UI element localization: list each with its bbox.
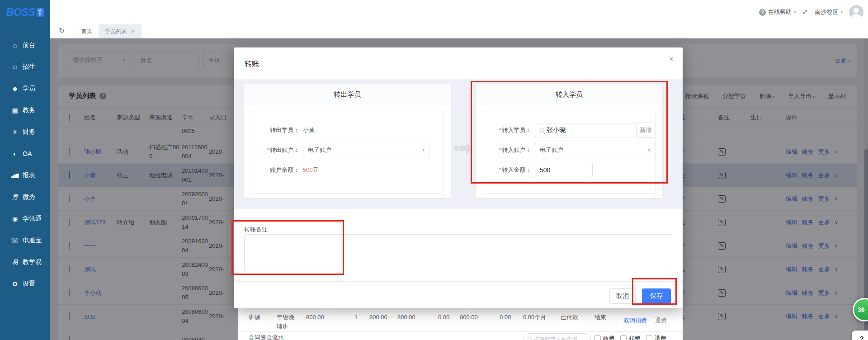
sidebar-item-weixiu[interactable]: 秀微秀 xyxy=(0,186,50,208)
cancel-deduct-link[interactable]: 取消扣费 xyxy=(623,316,647,325)
tab-student-list[interactable]: 学员列表 ✕ xyxy=(99,24,142,38)
sidebar-item-academic[interactable]: ▤教务 xyxy=(0,99,50,121)
remark-textarea[interactable] xyxy=(244,234,672,272)
next-card-edge xyxy=(483,194,656,198)
caret-down-icon: ▾ xyxy=(840,10,843,14)
sidebar-item-label: 设置 xyxy=(23,280,35,288)
billing-cell: 年级晚辅班 xyxy=(277,313,298,331)
out-account-select[interactable]: 电子账户 ▾ xyxy=(303,143,429,157)
add-student-button[interactable]: 新增 xyxy=(636,123,655,138)
students-icon: ☻ xyxy=(10,85,19,92)
required-asterisk: * xyxy=(499,127,501,133)
billing-cell: 1 xyxy=(354,313,358,322)
billing-cell: 0.00 xyxy=(438,313,449,322)
billing-cell: 800.00 xyxy=(397,313,415,322)
in-amount-field xyxy=(535,163,593,177)
divider xyxy=(238,331,683,332)
tab-home-label: 首页 xyxy=(81,28,92,35)
sidebar-item-dianfubao[interactable]: ☏电服宝 xyxy=(0,230,50,251)
sidebar-item-report[interactable]: ▂▅▇报表 xyxy=(0,165,50,186)
sidebar-item-label: OA xyxy=(23,150,32,157)
search-icon xyxy=(540,128,544,132)
sidebar-item-label: 学讯通 xyxy=(23,215,42,223)
tab-student-list-label: 学员列表 xyxy=(105,28,127,35)
sidebar-item-label: 报表 xyxy=(23,171,35,179)
sidebar: BOSS 校长 ⌂前台☺招生☻学员▤教务¥财务◐OA▂▅▇报表秀微秀◉学讯通☏电… xyxy=(0,0,50,340)
billing-cell: 结束 xyxy=(594,313,606,322)
refund-link[interactable]: 退费 xyxy=(655,316,667,325)
sidebar-item-xuexuntong[interactable]: ◉学讯通 xyxy=(0,208,50,230)
dialog-header: 转账 × xyxy=(234,47,683,79)
in-account-label: *转入账户： xyxy=(486,146,531,154)
sidebar-item-label: 财务 xyxy=(23,128,35,136)
checkbox-label: 退费 xyxy=(655,335,666,340)
tab-bar: ↻ 首页 学员列表 ✕ xyxy=(50,24,868,38)
jiaoxueyi-icon: 易 xyxy=(10,258,19,266)
transfer-in-card: *转入学员： 新增 *转入账户： 电子账户 ▾ *转入金额： xyxy=(483,111,656,191)
sidebar-item-recruit[interactable]: ☺招生 xyxy=(0,56,50,78)
transfer-out-title: 转出学员 xyxy=(244,84,451,106)
save-button[interactable]: 保存 xyxy=(642,288,671,304)
avatar-body-shape xyxy=(851,14,861,19)
billing-filter-checkbox[interactable]: 扣费 xyxy=(620,335,641,340)
oa-icon: ◐ xyxy=(10,150,19,157)
sidebar-item-students[interactable]: ☻学员 xyxy=(0,78,50,99)
tab-home[interactable]: 首页 xyxy=(75,24,99,38)
app-logo[interactable]: BOSS 校长 xyxy=(0,0,50,24)
finance-icon: ¥ xyxy=(10,128,19,136)
user-avatar[interactable] xyxy=(849,5,863,19)
logo-text: BOSS xyxy=(6,6,35,19)
balance-label: 账户余额： xyxy=(254,166,299,174)
in-student-search-field xyxy=(535,123,635,137)
transfer-in-title: 转入学员 xyxy=(476,84,662,106)
required-asterisk: * xyxy=(499,146,501,153)
dialog-footer: 取消 保存 xyxy=(234,281,683,308)
billing-filter-checkbox[interactable]: 退费 xyxy=(646,335,666,340)
transfer-out-panel: 转出学员 转出学员： 小黄 *转出账户： 电子账户 ▾ 账户余额： 500元 xyxy=(244,84,451,198)
in-student-input[interactable] xyxy=(547,127,630,134)
out-student-value: 小黄 xyxy=(303,126,315,134)
page: BOSS 校长 ⌂前台☺招生☻学员▤教务¥财务◐OA▂▅▇报表秀微秀◉学讯通☏电… xyxy=(0,0,868,340)
sidebar-item-label: 招生 xyxy=(23,63,35,71)
billing-cell: 800.00 xyxy=(369,313,387,322)
billing-filter-checkbox[interactable]: 收费 xyxy=(594,335,615,340)
online-help-menu[interactable]: ? 在线帮助 ▾ xyxy=(759,8,796,16)
question-circle-icon: ? xyxy=(759,9,766,16)
sidebar-item-jiaoxueyi[interactable]: 易教学易 xyxy=(0,251,50,273)
caret-down-icon: ▾ xyxy=(794,10,796,14)
close-tab-icon[interactable]: ✕ xyxy=(131,28,135,34)
checkbox-icon xyxy=(594,335,601,340)
sidebar-item-settings[interactable]: ⚙设置 xyxy=(0,273,50,295)
cancel-button[interactable]: 取消 xyxy=(609,288,636,304)
campus-name: 南沙校区 xyxy=(815,8,838,16)
checkbox-label: 扣费 xyxy=(629,335,641,340)
balance-value: 500 xyxy=(303,166,313,173)
in-account-value: 电子账户 xyxy=(540,146,563,154)
fullscreen-icon[interactable] xyxy=(802,9,808,15)
online-help-label: 在线帮助 xyxy=(768,8,792,16)
settings-icon: ⚙ xyxy=(10,280,19,288)
in-account-select[interactable]: 电子账户 ▾ xyxy=(535,143,655,157)
balance-unit: 元 xyxy=(313,166,319,173)
out-account-label: *转出账户： xyxy=(254,146,299,154)
billing-search-input[interactable] xyxy=(534,336,586,340)
sidebar-item-oa[interactable]: ◐OA xyxy=(0,143,50,165)
refresh-icon[interactable]: ↻ xyxy=(59,27,65,35)
campus-switcher[interactable]: 南沙校区 ▾ xyxy=(815,8,843,16)
billing-cell: 800.00 xyxy=(460,313,478,322)
billing-cell: 800.00 xyxy=(306,313,324,322)
sidebar-item-finance[interactable]: ¥财务 xyxy=(0,121,50,143)
caret-down-icon: ▾ xyxy=(648,148,650,152)
sidebar-item-storefront[interactable]: ⌂前台 xyxy=(0,34,50,56)
required-asterisk: * xyxy=(499,166,501,173)
xuexuntong-icon: ◉ xyxy=(10,215,19,222)
billing-search-field xyxy=(523,333,591,340)
billing-cell: 班课 xyxy=(249,313,260,322)
divider xyxy=(238,310,683,310)
help-float-button[interactable]: ? xyxy=(852,331,868,340)
checkbox-label: 收费 xyxy=(603,335,615,340)
dialog-title: 转账 xyxy=(245,59,259,69)
caret-down-icon: ▾ xyxy=(422,148,425,152)
close-icon[interactable]: × xyxy=(669,55,674,64)
in-amount-input[interactable] xyxy=(540,166,588,174)
